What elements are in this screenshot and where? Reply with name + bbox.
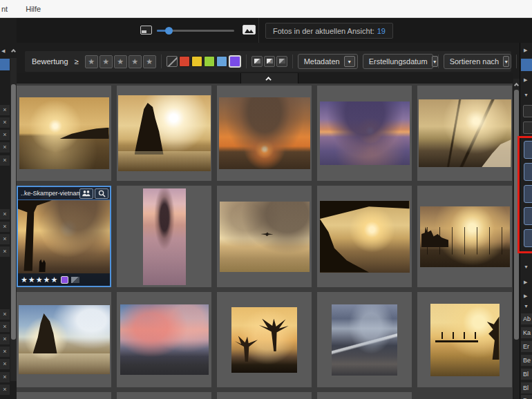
photo-cell[interactable] (17, 292, 111, 387)
right-panel-filter-button[interactable] (524, 185, 532, 203)
creation-date-dropdown[interactable]: Erstellungsdatum ▼ (363, 54, 433, 69)
chevron-down-icon[interactable]: ▼ (344, 56, 355, 67)
photo-thumbnail[interactable] (19, 305, 110, 374)
photo-cell[interactable] (117, 292, 211, 387)
filter-star-5[interactable]: ★ (143, 55, 156, 68)
color-label-red[interactable] (179, 56, 190, 67)
photo-thumbnail[interactable] (19, 97, 109, 169)
photo-thumbnail[interactable] (420, 206, 510, 267)
photo-cell[interactable] (217, 392, 312, 399)
section-expanded-icon[interactable]: ▼ (524, 264, 529, 269)
photo-thumbnail[interactable] (320, 101, 410, 165)
left-panel-item-remove[interactable]: × (0, 209, 10, 220)
metadata-dropdown[interactable]: Metadaten ▼ (298, 54, 358, 69)
right-panel-section-label[interactable]: Ka (521, 327, 532, 338)
people-faces-button[interactable] (79, 188, 93, 199)
large-thumbnails-icon[interactable] (243, 25, 256, 35)
photo-cell[interactable] (117, 186, 211, 287)
color-label-purple[interactable] (229, 55, 241, 68)
photo-thumbnail[interactable] (120, 304, 209, 375)
section-collapsed-icon[interactable]: ▶ (524, 280, 527, 284)
right-panel-filter-button[interactable] (524, 163, 532, 181)
right-panel-filter-button[interactable] (524, 141, 532, 159)
menu-item-truncated[interactable]: nt (1, 5, 8, 13)
photo-thumbnail[interactable] (143, 188, 186, 285)
selected-photo-cell[interactable]: ..ke-Skamper-vietnam-280322.jpg ★★★★★ (17, 186, 111, 287)
photo-cell[interactable] (117, 86, 211, 181)
color-label-green[interactable] (204, 56, 215, 67)
left-panel-item-remove[interactable]: × (0, 385, 10, 395)
right-panel-selected-item[interactable] (521, 59, 532, 71)
photo-cell[interactable] (217, 86, 312, 181)
photo-thumbnail[interactable] (18, 187, 110, 286)
color-label-none[interactable] (167, 56, 178, 67)
photo-cell[interactable] (17, 86, 111, 181)
color-label-badge[interactable] (61, 276, 68, 284)
right-panel-section-label[interactable]: Ab (521, 313, 532, 324)
photo-cell[interactable] (317, 392, 412, 399)
zoom-preview-button[interactable] (95, 188, 108, 199)
left-panel-item-remove[interactable]: × (0, 142, 10, 153)
left-panel-item-remove[interactable]: × (0, 334, 10, 344)
filter-star-4[interactable]: ★ (129, 55, 142, 68)
left-panel-item-remove[interactable]: × (0, 246, 10, 257)
right-panel-section-label[interactable]: Bl (521, 369, 532, 380)
flag-icon[interactable] (71, 277, 79, 283)
photo-cell[interactable] (417, 292, 512, 387)
flag-unflagged-button[interactable] (276, 56, 287, 67)
section-collapsed-icon[interactable]: ▶ (524, 293, 527, 298)
flag-reject-button[interactable]: × (264, 56, 275, 67)
thumbnail-size-slider[interactable] (157, 30, 234, 32)
filter-star-2[interactable]: ★ (99, 55, 113, 68)
left-panel-item-remove[interactable]: × (0, 347, 10, 357)
photo-thumbnail[interactable] (219, 97, 310, 169)
right-panel-filter-button[interactable] (524, 229, 532, 247)
photo-thumbnail[interactable] (118, 95, 211, 171)
section-expanded-icon[interactable]: ▼ (524, 93, 529, 97)
filter-star-1[interactable]: ★ (85, 55, 98, 68)
left-panel-item-remove[interactable]: × (0, 309, 10, 320)
right-panel-section-label[interactable]: Be (521, 355, 532, 366)
left-panel-selected-item[interactable] (0, 59, 10, 70)
collapse-right-panel-icon[interactable]: ▶ (524, 48, 527, 52)
left-panel-item-remove[interactable]: × (0, 130, 10, 140)
flag-pick-button[interactable] (251, 56, 263, 67)
section-expanded-icon[interactable]: ▼ (524, 304, 529, 309)
right-panel-section-label[interactable]: Br (521, 395, 532, 399)
photo-cell[interactable] (417, 186, 512, 287)
left-panel-item-remove[interactable]: × (0, 234, 10, 244)
chevron-down-icon[interactable]: ▼ (432, 56, 438, 67)
photo-thumbnail[interactable] (320, 201, 410, 273)
photo-thumbnail[interactable] (430, 304, 500, 376)
photo-cell[interactable] (317, 86, 412, 181)
left-panel-item-remove[interactable]: × (0, 372, 10, 382)
photo-cell[interactable] (117, 392, 211, 399)
section-collapsed-icon[interactable]: ▶ (524, 77, 527, 82)
sort-by-dropdown[interactable]: Sortieren nach ▼ (444, 54, 511, 69)
photo-cell[interactable] (217, 292, 312, 387)
right-panel-field[interactable] (523, 105, 532, 117)
photo-cell[interactable] (17, 392, 111, 399)
small-thumbnails-icon[interactable] (140, 26, 152, 35)
left-scrollbar-thumb[interactable] (11, 84, 16, 340)
collapse-filter-bar-button[interactable] (240, 73, 298, 84)
right-panel-section-label[interactable]: Er (521, 341, 532, 352)
photo-cell[interactable] (317, 186, 412, 287)
right-scrollbar-thumb[interactable] (514, 90, 519, 340)
photo-thumbnail[interactable] (231, 307, 297, 373)
left-panel-item-remove[interactable]: × (0, 117, 10, 128)
color-label-blue[interactable] (216, 56, 227, 67)
photo-thumbnail[interactable] (332, 304, 397, 376)
left-panel-item-remove[interactable]: × (0, 155, 10, 166)
photo-cell[interactable] (217, 186, 312, 287)
rating-stars[interactable]: ★★★★★ (21, 276, 58, 284)
photo-thumbnail[interactable] (419, 99, 511, 167)
photo-cell[interactable] (417, 86, 512, 181)
right-panel-field[interactable] (523, 121, 532, 134)
left-panel-item-remove[interactable]: × (0, 222, 10, 232)
photo-thumbnail[interactable] (220, 202, 310, 272)
chevron-down-icon[interactable]: ▼ (503, 56, 509, 67)
filter-star-3[interactable]: ★ (114, 55, 127, 68)
right-panel-filter-button[interactable] (524, 207, 532, 225)
color-label-yellow[interactable] (191, 56, 202, 67)
